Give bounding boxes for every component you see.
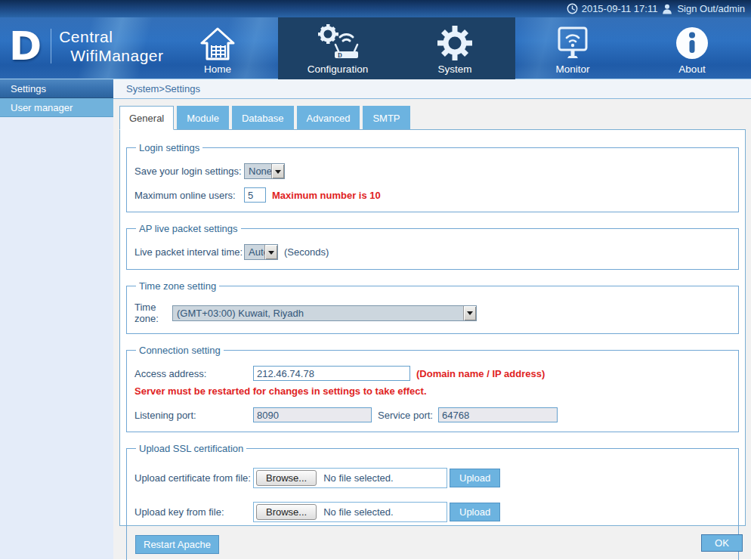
chevron-down-icon [264,245,277,259]
upload-key-label: Upload key from file: [134,506,253,518]
breadcrumb-text: System>Settings [126,83,200,94]
cert-upload-button[interactable]: Upload [450,469,500,487]
key-file-input[interactable]: Browse... No file selected. [253,502,447,522]
timezone-label: Time zone: [134,302,172,324]
login-settings-fieldset: Login settings Save your login settings:… [126,142,739,212]
interval-select[interactable]: Auto [244,244,278,260]
connection-fieldset: Connection setting Access address: (Doma… [126,345,739,432]
max-users-input[interactable] [244,187,266,203]
nav-label-system: System [437,63,471,75]
interval-unit: (Seconds) [284,246,329,258]
access-address-input[interactable] [253,366,410,381]
tab-panel-general: Login settings Save your login settings:… [119,129,746,526]
access-address-note: (Domain name / IP address) [416,368,545,379]
tab-advanced[interactable]: Advanced [297,106,360,129]
max-users-note: Maximum number is 10 [272,190,381,201]
tab-smtp[interactable]: SMTP [363,106,409,129]
content-body: General Module Database Advanced SMTP Lo… [113,99,751,559]
nav-label-configuration: Configuration [308,63,368,75]
cert-file-input[interactable]: Browse... No file selected. [253,468,447,488]
user-icon [661,3,673,14]
cert-browse-button[interactable]: Browse... [256,470,317,486]
clock-icon [567,3,578,14]
max-users-label: Maximum online users: [134,190,244,201]
nav-item-system[interactable]: System [402,17,508,79]
tab-database[interactable]: Database [232,106,294,129]
login-settings-legend: Login settings [136,142,202,153]
signout-link[interactable]: Sign Out/admin [677,3,745,14]
system-gear-icon [437,23,472,60]
app-header: D Central WifiManager Home [0,17,751,79]
nav-item-configuration[interactable]: D Configuration [285,17,391,79]
restart-apache-button[interactable]: Restart Apache [135,535,219,554]
configuration-icon: D [317,23,359,60]
app-title-line2: WifiManager [59,46,163,65]
nav-label-about: About [678,63,705,75]
access-address-label: Access address: [134,368,253,379]
tab-general[interactable]: General [119,106,174,130]
key-upload-button[interactable]: Upload [450,503,500,521]
listening-port-input [253,407,372,422]
save-login-label: Save your login settings: [134,166,244,177]
dlink-logo: D [9,25,42,67]
app-title-line1: Central [59,27,163,46]
save-login-select[interactable]: None [244,163,285,179]
interval-value: Auto [245,245,264,259]
datetime-text: 2015-09-11 17:11 [582,3,658,14]
key-no-file-text: No file selected. [323,506,394,518]
timezone-legend: Time zone setting [136,280,219,292]
logo-divider [51,29,51,63]
cert-no-file-text: No file selected. [323,472,394,484]
listening-port-label: Listening port: [134,410,253,421]
timezone-select[interactable]: (GMT+03:00) Kuwait, Riyadh [172,305,477,321]
key-browse-button[interactable]: Browse... [256,504,317,520]
tab-bar: General Module Database Advanced SMTP [119,106,746,129]
chevron-down-icon [271,164,284,178]
upload-ssl-legend: Upload SSL certification [136,443,246,454]
nav-item-monitor[interactable]: Monitor [520,17,626,79]
brand-logo: D Central WifiManager [9,25,164,67]
nav-label-monitor: Monitor [555,63,589,75]
timezone-fieldset: Time zone setting Time zone: (GMT+03:00)… [126,280,739,334]
home-icon [199,23,236,60]
ap-live-packet-fieldset: AP live packet settings Live packet inte… [126,223,739,270]
about-info-icon [675,23,709,60]
restart-warning-note: Server must be restarted for changes in … [134,385,731,397]
sidebar-item-settings[interactable]: Settings [0,79,113,98]
timezone-value: (GMT+03:00) Kuwait, Riyadh [173,306,463,320]
ap-live-packet-legend: AP live packet settings [136,223,241,234]
breadcrumb: System>Settings [113,79,751,99]
svg-text:D: D [338,52,342,59]
ok-button[interactable]: OK [701,534,743,552]
content-area: System>Settings General Module Database … [113,79,751,559]
service-port-label: Service port: [378,410,433,421]
save-login-value: None [245,164,271,178]
tab-module[interactable]: Module [177,106,229,129]
sidebar: Settings User manager [0,79,113,559]
app-title: Central WifiManager [59,27,163,65]
nav-item-about[interactable]: About [639,17,745,79]
nav-label-home: Home [204,63,231,75]
service-port-input [438,407,558,422]
topbar: 2015-09-11 17:11 Sign Out/admin [0,0,751,17]
interval-label: Live packet interval time: [134,246,244,258]
monitor-icon [555,23,591,60]
connection-legend: Connection setting [136,345,224,356]
nav-item-home[interactable]: Home [165,17,270,79]
upload-cert-label: Upload certificate from file: [134,472,253,484]
sidebar-item-user-manager[interactable]: User manager [0,98,113,117]
chevron-down-icon [463,306,476,320]
